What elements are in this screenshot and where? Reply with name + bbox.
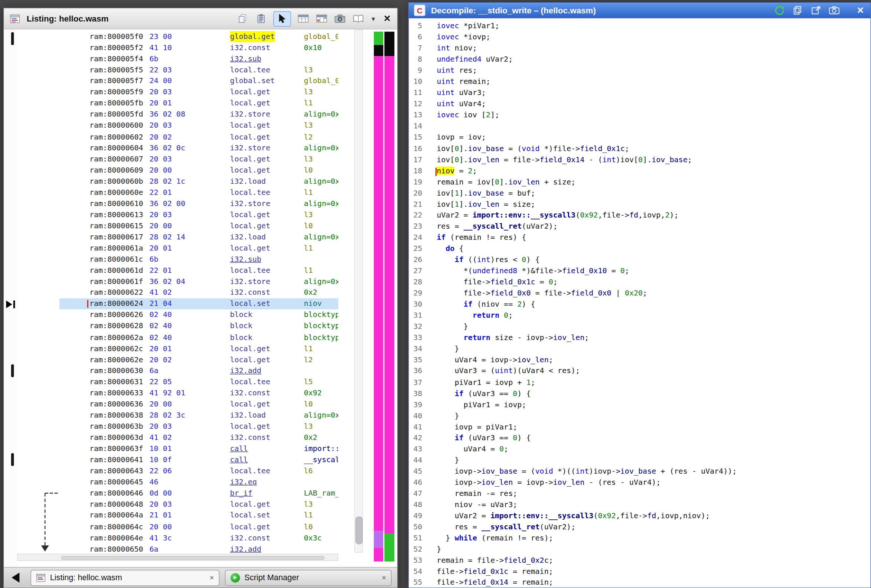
code-line[interactable]: 53 remain = file->field_0x2c; — [409, 555, 870, 566]
listing-field[interactable]: align=0x2 ( — [304, 276, 338, 287]
listing-field[interactable]: l2 — [304, 354, 313, 365]
code-line[interactable]: 31 return 0; — [409, 310, 870, 321]
listing-field[interactable]: 0x2 — [304, 432, 317, 443]
listing-field[interactable]: i32.add — [230, 365, 261, 376]
listing-field[interactable]: i32.add — [230, 543, 261, 554]
listing-field[interactable]: ram:8000061c — [90, 254, 143, 265]
listing-field[interactable]: 02 40 — [149, 321, 172, 332]
listing-field[interactable]: 6b — [149, 254, 158, 265]
code-line[interactable]: 40 } — [409, 410, 870, 421]
listing-row[interactable]: ram:800005f920 03local.getl3 — [17, 87, 338, 98]
listing-row[interactable]: ram:800005fd36 02 08i32.storealign=0x2 ( — [17, 109, 338, 120]
listing-field[interactable]: 0x3c — [304, 532, 322, 543]
listing-field[interactable]: i32.const — [230, 287, 270, 298]
listing-field[interactable]: l3 — [304, 120, 313, 132]
listing-field[interactable]: 36 02 0c — [149, 142, 185, 154]
scrollbar-thumb[interactable] — [61, 556, 325, 560]
listing-field[interactable]: 02 40 — [149, 332, 172, 343]
code-line[interactable]: 55 file->field_0x14 = remain; — [409, 577, 870, 588]
listing-row[interactable]: ram:800006306ai32.add — [17, 365, 338, 376]
listing-field[interactable]: align=0x2 ( — [304, 176, 338, 187]
listing-field[interactable]: local.tee — [230, 465, 270, 477]
code-line[interactable]: 22 uVar2 = import::env::__syscall3(0x92,… — [409, 210, 870, 221]
paste-icon[interactable] — [255, 13, 267, 24]
listing-field[interactable]: i32.store — [230, 276, 270, 287]
listing-field[interactable]: 36 02 08 — [149, 109, 185, 120]
listing-field[interactable]: i32.eq — [230, 477, 257, 488]
listing-field[interactable]: ram:8000064c — [90, 521, 143, 532]
listing-field[interactable]: ram:80000641 — [90, 454, 143, 465]
code-line[interactable]: 41 iovp = piVar1; — [409, 421, 870, 432]
listing-field[interactable]: local.get — [230, 354, 270, 365]
code-line[interactable]: 25 do { — [409, 243, 870, 254]
listing-field[interactable]: br_if — [230, 488, 252, 499]
overview-segment[interactable] — [374, 45, 383, 56]
listing-field[interactable]: local.get — [230, 421, 270, 432]
scrollbar-thumb[interactable] — [356, 516, 363, 544]
listing-field[interactable]: ram:80000602 — [90, 132, 143, 142]
listing-row[interactable]: ram:8000061a20 01local.getl1 — [17, 243, 338, 254]
listing-field[interactable]: LAB_ram_80 — [304, 488, 338, 499]
listing-field[interactable]: l0 — [304, 220, 313, 232]
listing-row[interactable]: ram:8000061320 03local.getl3 — [17, 209, 338, 220]
listing-field[interactable]: blocktype=( — [304, 332, 338, 343]
listing-row[interactable]: ram:8000061c6bi32.sub — [17, 254, 338, 265]
listing-field[interactable]: align=0x2 ( — [304, 232, 338, 243]
overview-left[interactable] — [374, 31, 383, 561]
code-line[interactable]: 28 file->field_0x1c = 0; — [409, 277, 870, 288]
listing-row[interactable]: ram:800005f46bi32.sub — [17, 54, 338, 64]
code-line[interactable]: 27 *(undefined8 *)&file->field_0x10 = 0; — [409, 265, 870, 277]
listing-field[interactable]: l1 — [304, 243, 313, 254]
listing-field[interactable]: align=0x2 ( — [304, 198, 338, 209]
listing-field[interactable]: ram:80000631 — [90, 376, 143, 388]
listing-field[interactable]: ram:800005f5 — [90, 64, 143, 76]
overview-segment[interactable] — [384, 31, 394, 56]
code-line[interactable]: 34 } — [409, 343, 870, 355]
listing-field[interactable]: 20 03 — [149, 154, 172, 165]
listing-field[interactable]: 41 02 — [149, 287, 172, 298]
listing-row[interactable]: ram:8000064322 06local.teel6 — [17, 465, 338, 477]
listing-field[interactable]: l1 — [304, 265, 313, 276]
listing-row[interactable]: ram:8000060720 03local.getl3 — [17, 154, 338, 165]
listing-field[interactable]: 36 02 00 — [149, 198, 185, 209]
close-icon[interactable]: ✕ — [855, 5, 865, 16]
listing-field[interactable]: blocktype=( — [304, 310, 338, 321]
listing-row[interactable]: ram:8000063341 92 01i32.const0x92 — [17, 388, 338, 399]
code-line[interactable]: 5 iovec *piVar1; — [409, 20, 870, 31]
listing-field[interactable]: 0d 00 — [149, 488, 172, 499]
listing-vertical-scrollbar[interactable] — [355, 29, 363, 552]
listing-row[interactable]: ram:8000062802 40blockblocktype=( — [17, 321, 338, 332]
listing-row[interactable]: ram:8000064110 0fcall__syscall_ — [17, 454, 338, 465]
listing-field[interactable]: blocktype=( — [304, 321, 338, 332]
listing-field[interactable]: ram:8000064a — [90, 510, 143, 521]
code-line[interactable]: 46 iovp->iov_len = iovp->iov_len - (res … — [409, 477, 870, 488]
listing-row[interactable]: ram:8000064e41 3ci32.const0x3c — [17, 532, 338, 543]
listing-row[interactable]: ram:8000062e20 02local.getl2 — [17, 354, 338, 365]
code-line[interactable]: 33 return size - iovp->iov_len; — [409, 332, 870, 343]
overview-segment[interactable] — [374, 531, 383, 548]
listing-field[interactable]: 6a — [149, 365, 158, 376]
listing-row[interactable]: ram:8000061f36 02 04i32.storealign=0x2 ( — [17, 276, 338, 287]
listing-field[interactable]: ram:80000615 — [90, 220, 143, 232]
listing-field[interactable]: import::en — [304, 443, 338, 454]
code-line[interactable]: 29 file->field_0x0 = file->field_0x0 | 0… — [409, 288, 870, 299]
listing-field[interactable]: l6 — [304, 465, 313, 477]
listing-field[interactable]: l3 — [304, 154, 313, 165]
listing-row[interactable]: ram:8000060220 02local.getl2 — [17, 132, 338, 142]
listing-field[interactable]: ram:800005fb — [90, 98, 143, 109]
listing-field[interactable]: ram:80000648 — [90, 499, 143, 510]
listing-field[interactable]: l1 — [304, 510, 313, 521]
listing-field[interactable]: local.get — [230, 499, 270, 510]
code-line[interactable]: 36 uVar3 = (uint)(uVar4 < res); — [409, 366, 870, 377]
listing-field[interactable]: l0 — [304, 165, 313, 176]
listing-field[interactable]: 28 02 3c — [149, 410, 185, 421]
listing-field[interactable]: l1 — [304, 98, 313, 109]
listing-field[interactable]: i32.const — [230, 532, 270, 543]
listing-field[interactable]: 36 02 04 — [149, 276, 185, 287]
listing-field[interactable]: i32.load — [230, 232, 266, 243]
listing-field[interactable]: local.tee — [230, 187, 270, 198]
listing-field[interactable]: 20 00 — [149, 521, 172, 532]
listing-field[interactable]: 20 01 — [149, 98, 172, 109]
listing-field[interactable]: ram:80000628 — [90, 321, 143, 332]
copy-icon[interactable] — [236, 13, 249, 24]
